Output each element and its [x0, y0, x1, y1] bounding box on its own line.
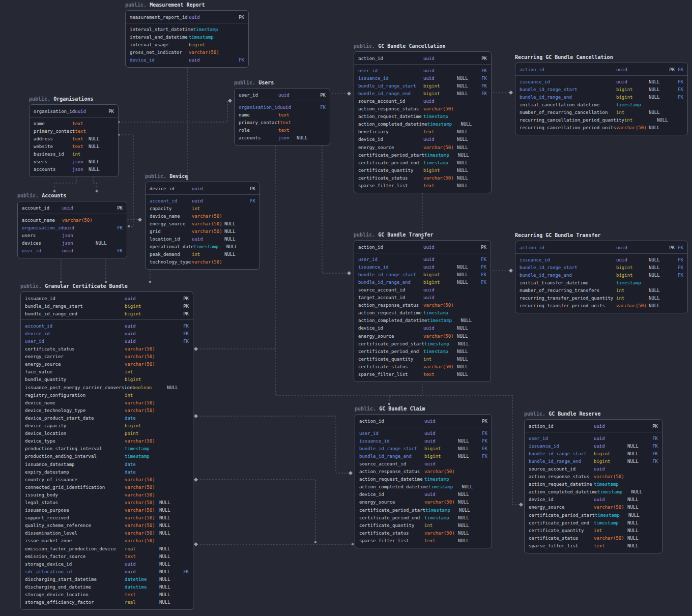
table-title: Recurring GC Bundle Transfer	[515, 232, 688, 241]
table-measurement-report[interactable]: public. Measurement Reportmeasurement_re…	[125, 2, 249, 68]
field-name: action_response_status	[359, 469, 424, 474]
field-row: action_request_datetimetimestamp	[355, 476, 492, 483]
field-name: issuance_id	[529, 444, 594, 449]
field-row: support_receivedvarchar(50)NULL	[21, 514, 193, 522]
field-type: varchar(50)	[62, 218, 95, 223]
field-key: FK	[482, 431, 487, 436]
field-key: FK	[678, 265, 683, 270]
field-null-flag: NULL	[166, 385, 189, 390]
table-box: action_iduuidPKuser_iduuidFKissuance_idu…	[354, 240, 491, 382]
field-name: devices	[22, 241, 62, 246]
field-row: energy_sourcevarchar(50)NULL	[354, 332, 491, 340]
table-gc-bundle-transfer[interactable]: public. GC Bundle Transferaction_iduuidP…	[354, 231, 491, 382]
field-row: beneficiarytextNULL	[354, 128, 491, 136]
field-row: production_starting_intervaltimestamp	[21, 445, 193, 453]
field-null-flag: NULL	[456, 265, 481, 270]
diagram-canvas[interactable]: public. Measurement Reportmeasurement_re…	[0, 0, 692, 616]
field-name: dissemination_level	[25, 531, 125, 536]
field-row: energy_sourcevarchar(50)NULL	[355, 498, 492, 506]
field-row: recurring_transfer_period_unitsvarchar(5…	[515, 302, 687, 310]
field-row: interval_start_datetimetimestamp	[126, 25, 248, 33]
field-type: timestamp	[194, 244, 225, 249]
field-row: bundle_id_range_endbigintNULLFK	[355, 452, 492, 460]
table-granular-certificate-bundle[interactable]: public. Granular Certificate Bundleissua…	[20, 283, 193, 610]
field-null-flag: NULL	[158, 577, 189, 582]
field-type: uuid	[423, 257, 456, 262]
field-row: action_iduuidPKFK	[515, 244, 687, 251]
pk-badge: PK	[669, 245, 675, 250]
field-type: timestamp	[594, 520, 626, 525]
field-row: energy_sourcevarchar(50)NULL	[354, 143, 491, 151]
table-organisations[interactable]: public. Organisationsorganisation_iduuid…	[29, 96, 119, 177]
field-row: sparse_filter_listtextNULL	[355, 537, 492, 544]
field-name: certificate_status	[529, 536, 594, 541]
field-name: location_id	[150, 237, 192, 242]
fk-badge: FK	[482, 454, 487, 459]
table-title: public. Granular Certificate Bundle	[20, 283, 193, 291]
table-gc-bundle-claim[interactable]: public. GC Bundle Claimaction_iduuidPKus…	[355, 405, 492, 548]
field-row: emission_factor_sourcetextNULL	[21, 552, 193, 560]
field-key: FK	[652, 436, 658, 441]
field-row: measurement_report_iduuidPK	[126, 13, 248, 21]
field-name: energy_source	[358, 145, 423, 150]
field-type: int	[424, 523, 457, 528]
field-row: certificate_period_endtimestampNULL	[525, 519, 662, 526]
field-type: timestamp	[423, 114, 456, 119]
field-key: FK	[481, 280, 486, 285]
field-row: bundle_id_range_startbigintPK	[21, 302, 193, 310]
table-title: public. GC Bundle Cancellation	[354, 43, 492, 51]
field-row: device_iduuidNULL	[354, 136, 491, 143]
field-row: number_of_recurring_transfersintNULL	[515, 286, 687, 294]
fk-badge: FK	[250, 198, 255, 203]
field-type: text	[278, 128, 296, 133]
fk-badge: FK	[678, 265, 683, 270]
field-name: device_capacity	[25, 423, 125, 428]
field-name: primary_contact	[239, 120, 280, 125]
field-key: FK	[482, 446, 487, 451]
field-type: uuid	[423, 245, 456, 250]
field-name: user_id	[239, 93, 278, 98]
field-row: business_idint	[30, 150, 118, 158]
field-name: action_completed_datetime	[359, 484, 428, 489]
field-type: timestamp	[125, 454, 158, 459]
table-recurring-gc-bundle-cancellation[interactable]: Recurring GC Bundle Cancellationaction_i…	[515, 54, 688, 135]
field-name: energy_source	[150, 221, 192, 226]
field-row: legal_statusvarchar(50)NULL	[21, 498, 193, 506]
field-name: certificate_period_end	[529, 520, 594, 525]
field-name: initial_cancellation_datetime	[520, 102, 616, 107]
table-gc-bundle-cancellation[interactable]: public. GC Bundle Cancellationaction_idu…	[354, 43, 492, 193]
field-row: action_response_statusvarchar(50)	[354, 302, 491, 309]
header-separator	[30, 117, 118, 118]
table-name: GC Bundle Claim	[379, 406, 425, 412]
field-null-flag: NULL	[456, 160, 487, 165]
table-accounts[interactable]: public. Accountsaccount_iduuidPKaccount_…	[17, 192, 127, 258]
field-null-flag: NULL	[456, 280, 481, 285]
field-row: issuance_iduuidNULLFK	[354, 74, 491, 82]
field-name: technology_type	[150, 259, 192, 265]
table-box: measurement_report_iduuidPKinterval_star…	[125, 10, 249, 68]
field-type: uuid	[424, 492, 457, 497]
table-device[interactable]: public. Devicedevice_iduuidPKaccount_idu…	[145, 173, 260, 270]
field-type: uuid	[280, 105, 297, 110]
field-row: user_iduuidFK	[355, 429, 492, 437]
field-null-flag: NULL	[648, 296, 683, 301]
field-name: certificate_quantity	[359, 523, 424, 528]
field-null-flag: NULL	[648, 288, 683, 293]
field-type: uuid	[423, 287, 456, 292]
header-separator	[21, 319, 193, 320]
field-name: storage_device_location	[25, 592, 125, 597]
field-null-flag: NULL	[457, 538, 487, 543]
field-key: PK	[652, 424, 658, 429]
table-gc-bundle-reserve[interactable]: public. GC Bundle Reserveaction_iduuidPK…	[524, 410, 662, 553]
table-users[interactable]: public. Usersuser_iduuidPKorganisation_i…	[234, 79, 330, 145]
field-row: device_iduuidPK	[146, 185, 260, 192]
table-name: Granular Certificate Bundle	[45, 283, 128, 289]
field-name: bundle_id_range_end	[359, 454, 424, 459]
relationship-endpoint-diamond	[347, 92, 351, 96]
field-type: varchar(50)	[125, 538, 158, 543]
table-name: GC Bundle Transfer	[378, 232, 433, 238]
field-type: text	[594, 543, 626, 548]
table-recurring-gc-bundle-transfer[interactable]: Recurring GC Bundle Transferaction_iduui…	[515, 232, 688, 313]
field-row: bundle_id_range_endbigintNULLFK	[354, 90, 491, 97]
field-type: varchar(50)	[423, 303, 456, 308]
